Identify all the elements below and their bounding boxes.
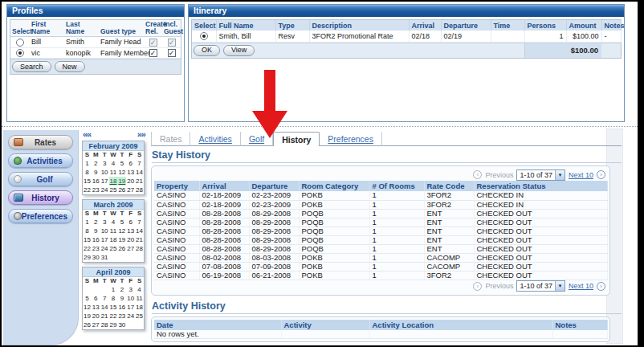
calendar-day[interactable]: 13 — [92, 303, 100, 312]
calendar-day[interactable]: 10 — [100, 227, 109, 235]
calendar-day[interactable]: 2 — [117, 285, 126, 294]
calendar-day[interactable]: 17 — [100, 235, 109, 244]
calendar-day[interactable]: 20 — [92, 312, 100, 320]
calendar-day[interactable]: 12 — [117, 227, 126, 235]
calendar-day[interactable]: 31 — [100, 253, 109, 262]
calendar-day[interactable]: 21 — [100, 312, 109, 320]
calendar-day[interactable]: 2 — [92, 159, 100, 168]
calendar-day[interactable]: 30 — [92, 253, 100, 262]
calendar-day[interactable]: 8 — [109, 294, 118, 303]
next-page-link[interactable]: Next 10 — [569, 171, 593, 179]
calendar-day[interactable]: 15 — [83, 235, 92, 244]
calendar-day[interactable]: 28 — [135, 186, 144, 194]
sidebar-item-activities[interactable]: Activities — [8, 153, 73, 168]
calendar-day[interactable]: 11 — [109, 227, 118, 235]
calendar-day[interactable]: 18 — [109, 177, 118, 186]
calendar-day[interactable]: 20 — [126, 177, 135, 186]
calendar-day[interactable]: 19 — [83, 312, 92, 320]
calendar-day[interactable]: 21 — [135, 177, 144, 186]
calendar-day[interactable]: 13 — [126, 227, 135, 235]
calendar-day[interactable]: 10 — [126, 294, 135, 303]
calendar-day[interactable]: 8 — [83, 227, 92, 235]
calendar-day[interactable]: 24 — [100, 244, 109, 253]
ok-button[interactable]: OK — [194, 45, 220, 56]
sidebar-item-preferences[interactable]: Preferences — [8, 209, 73, 223]
view-button[interactable]: View — [223, 45, 255, 56]
incl-guest-checkbox[interactable] — [168, 39, 176, 47]
calendar-day[interactable]: 24 — [126, 312, 135, 320]
calendar-day[interactable]: 27 — [92, 320, 100, 329]
calendar-day[interactable]: 26 — [117, 244, 126, 253]
calendar-next-icon[interactable]: »» — [137, 130, 145, 141]
calendar-day[interactable]: 17 — [126, 303, 135, 312]
calendar-day[interactable]: 3 — [126, 285, 135, 294]
calendar-day[interactable]: 29 — [83, 253, 92, 262]
next-page-link[interactable]: Next 10 — [569, 282, 593, 290]
calendar-day[interactable]: 5 — [83, 294, 92, 303]
calendar-day[interactable]: 3 — [100, 218, 109, 227]
calendar-day[interactable]: 2 — [92, 218, 100, 227]
calendar-day[interactable]: 16 — [117, 303, 126, 312]
sidebar-item-history[interactable]: History — [8, 190, 73, 205]
calendar-day[interactable]: 13 — [126, 168, 135, 177]
calendar-day[interactable]: 30 — [117, 320, 126, 329]
calendar-day[interactable]: 23 — [92, 186, 100, 194]
calendar-day[interactable] — [83, 285, 92, 294]
sidebar-item-rates[interactable]: Rates — [8, 135, 73, 149]
calendar-day[interactable]: 9 — [117, 294, 126, 303]
incl-guest-checkbox[interactable] — [168, 49, 176, 57]
calendar-day[interactable]: 19 — [117, 177, 126, 186]
itinerary-select-radio[interactable] — [200, 32, 208, 40]
calendar-day[interactable]: 15 — [109, 303, 118, 312]
profile-select-radio[interactable] — [16, 49, 24, 57]
calendar-day[interactable]: 11 — [135, 294, 144, 303]
dropdown-arrow-icon[interactable]: ▼ — [555, 170, 565, 180]
page-range-dropdown[interactable]: 1-10 of 37 ▼ — [516, 169, 565, 181]
calendar-day[interactable]: 27 — [126, 186, 135, 194]
calendar-day[interactable]: 8 — [83, 168, 92, 177]
calendar-day[interactable]: 27 — [126, 244, 135, 253]
calendar-day[interactable]: 14 — [135, 168, 144, 177]
create-rel-checkbox[interactable] — [149, 39, 157, 47]
dropdown-arrow-icon[interactable]: ▼ — [555, 281, 565, 291]
calendar-day[interactable]: 12 — [83, 303, 92, 312]
calendar-day[interactable]: 10 — [100, 168, 109, 177]
calendar-day[interactable]: 6 — [126, 218, 135, 227]
calendar-day[interactable] — [100, 285, 109, 294]
calendar-day[interactable]: 14 — [100, 303, 109, 312]
calendar-day[interactable]: 1 — [83, 159, 92, 168]
calendar-day[interactable]: 20 — [126, 235, 135, 244]
calendar-day[interactable]: 22 — [83, 186, 92, 194]
tab-activities[interactable]: Activities — [190, 132, 240, 146]
create-rel-checkbox[interactable] — [149, 49, 157, 57]
calendar-day[interactable]: 21 — [135, 235, 144, 244]
calendar-day[interactable]: 25 — [135, 312, 144, 320]
calendar-day[interactable]: 23 — [117, 312, 126, 320]
calendar-day[interactable]: 22 — [109, 312, 118, 320]
calendar-day[interactable]: 28 — [100, 320, 109, 329]
calendar-day[interactable]: 23 — [92, 244, 100, 253]
calendar-day[interactable]: 26 — [83, 320, 92, 329]
calendar-day[interactable]: 19 — [117, 235, 126, 244]
calendar-day[interactable]: 9 — [92, 168, 100, 177]
calendar-day[interactable]: 17 — [100, 177, 109, 186]
calendar-day[interactable]: 12 — [117, 168, 126, 177]
calendar-day[interactable]: 3 — [100, 159, 109, 168]
calendar-day[interactable]: 18 — [135, 303, 144, 312]
calendar-day[interactable]: 26 — [117, 186, 126, 194]
calendar-day[interactable]: 7 — [135, 159, 144, 168]
calendar-day[interactable]: 7 — [100, 294, 109, 303]
profile-select-radio[interactable] — [16, 39, 24, 47]
calendar-day[interactable]: 9 — [92, 227, 100, 235]
sidebar-item-golf[interactable]: Golf — [8, 172, 73, 186]
calendar-day[interactable]: 1 — [83, 218, 92, 227]
calendar-day[interactable]: 15 — [83, 177, 92, 186]
calendar-day[interactable]: 18 — [109, 235, 118, 244]
calendar-day[interactable]: 6 — [126, 159, 135, 168]
calendar-day[interactable]: 29 — [109, 320, 118, 329]
calendar-day[interactable]: 22 — [83, 244, 92, 253]
calendar-day[interactable]: 11 — [109, 168, 118, 177]
calendar-day[interactable]: 14 — [135, 227, 144, 235]
next-page-icon[interactable]: › — [597, 282, 605, 291]
calendar-day[interactable]: 16 — [92, 235, 100, 244]
